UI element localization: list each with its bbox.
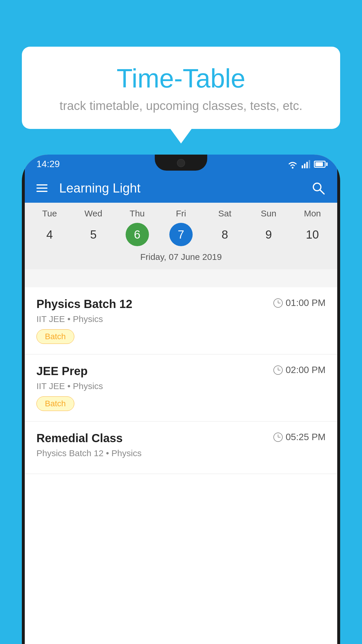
tooltip-subtitle: track timetable, upcoming classes, tests… xyxy=(36,99,326,113)
phone-screen: 14:29 xyxy=(25,155,337,644)
calendar-strip: Tue Wed Thu Fri Sat Sun Mon 4 5 6 7 8 9 … xyxy=(25,203,337,269)
schedule-item-1-subtitle: IIT JEE • Physics xyxy=(36,314,326,324)
day-4[interactable]: 4 xyxy=(38,223,61,246)
svg-line-6 xyxy=(320,190,324,194)
svg-rect-1 xyxy=(302,165,303,168)
schedule-item-3-subtitle: Physics Batch 12 • Physics xyxy=(36,448,326,458)
schedule-item-2-title: JEE Prep xyxy=(36,365,88,378)
schedule-item-1-badge: Batch xyxy=(36,329,74,344)
schedule-item-1-time-text: 01:00 PM xyxy=(286,298,326,308)
day-header-sun: Sun xyxy=(254,209,283,218)
day-7-selected[interactable]: 7 xyxy=(169,223,193,246)
app-bar: Learning Light xyxy=(25,174,337,203)
day-10[interactable]: 10 xyxy=(301,223,324,246)
schedule-item-3-header: Remedial Class 05:25 PM xyxy=(36,432,326,445)
day-8[interactable]: 8 xyxy=(213,223,236,246)
menu-line-3 xyxy=(36,191,48,192)
day-header-mon: Mon xyxy=(298,209,327,218)
schedule-item-2-time-text: 02:00 PM xyxy=(286,365,326,375)
schedule-list: Physics Batch 12 01:00 PM IIT JEE • Phys… xyxy=(25,287,337,644)
clock-icon-1 xyxy=(273,298,283,308)
schedule-item-1-title: Physics Batch 12 xyxy=(36,298,132,311)
menu-icon[interactable] xyxy=(36,184,48,192)
app-title: Learning Light xyxy=(59,181,311,195)
day-header-wed: Wed xyxy=(79,209,108,218)
svg-point-0 xyxy=(292,167,294,169)
schedule-item-2-header: JEE Prep 02:00 PM xyxy=(36,365,326,378)
day-header-sat: Sat xyxy=(210,209,239,218)
day-header-thu: Thu xyxy=(123,209,152,218)
wifi-icon xyxy=(287,160,298,169)
schedule-item-1-time: 01:00 PM xyxy=(273,298,326,308)
search-icon[interactable] xyxy=(311,181,326,195)
signal-icon xyxy=(302,160,310,168)
phone-camera xyxy=(177,159,185,167)
day-9[interactable]: 9 xyxy=(257,223,280,246)
menu-line-1 xyxy=(36,184,48,186)
schedule-item-2[interactable]: JEE Prep 02:00 PM IIT JEE • Physics Batc… xyxy=(25,354,337,421)
schedule-item-2-subtitle: IIT JEE • Physics xyxy=(36,381,326,391)
schedule-item-3-time-text: 05:25 PM xyxy=(286,432,326,442)
svg-rect-3 xyxy=(306,162,308,168)
clock-icon-2 xyxy=(273,365,283,375)
schedule-item-1[interactable]: Physics Batch 12 01:00 PM IIT JEE • Phys… xyxy=(25,287,337,354)
battery-fill xyxy=(315,162,323,166)
clock-icon-3 xyxy=(273,433,283,442)
tooltip-title: Time-Table xyxy=(36,64,326,93)
schedule-item-2-badge: Batch xyxy=(36,396,74,411)
schedule-item-1-header: Physics Batch 12 01:00 PM xyxy=(36,298,326,311)
phone-notch xyxy=(155,155,207,171)
svg-rect-4 xyxy=(309,160,310,168)
schedule-item-3-time: 05:25 PM xyxy=(273,432,326,442)
schedule-item-3[interactable]: Remedial Class 05:25 PM Physics Batch 12… xyxy=(25,421,337,474)
day-header-fri: Fri xyxy=(166,209,196,218)
status-time: 14:29 xyxy=(36,159,60,169)
tooltip-card: Time-Table track timetable, upcoming cla… xyxy=(22,47,340,129)
day-header-tue: Tue xyxy=(35,209,64,218)
day-6-today[interactable]: 6 xyxy=(126,223,149,246)
day-5[interactable]: 5 xyxy=(82,223,105,246)
battery-icon xyxy=(314,161,326,168)
schedule-item-3-title: Remedial Class xyxy=(36,432,123,445)
schedule-item-2-time: 02:00 PM xyxy=(273,365,326,375)
day-headers: Tue Wed Thu Fri Sat Sun Mon xyxy=(25,203,337,221)
selected-date: Friday, 07 June 2019 xyxy=(25,251,337,266)
day-numbers: 4 5 6 7 8 9 10 xyxy=(25,221,337,251)
phone-frame: 14:29 xyxy=(22,155,340,644)
menu-line-2 xyxy=(36,188,48,189)
status-icons xyxy=(287,160,326,169)
svg-rect-2 xyxy=(304,164,305,168)
